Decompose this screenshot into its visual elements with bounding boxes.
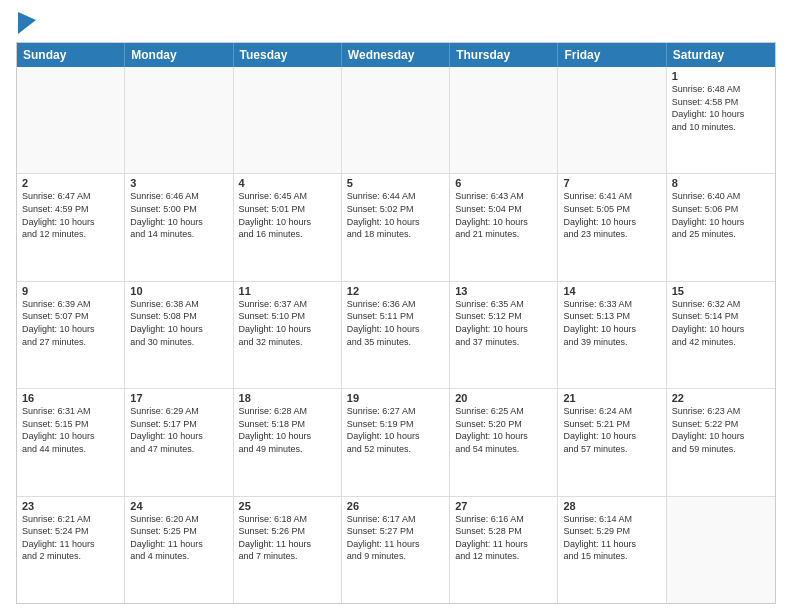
week-row-2: 9Sunrise: 6:39 AM Sunset: 5:07 PM Daylig… [17,282,775,389]
day-number: 2 [22,177,119,189]
logo [16,16,36,34]
week-row-1: 2Sunrise: 6:47 AM Sunset: 4:59 PM Daylig… [17,174,775,281]
day-cell-16: 16Sunrise: 6:31 AM Sunset: 5:15 PM Dayli… [17,389,125,495]
day-cell-11: 11Sunrise: 6:37 AM Sunset: 5:10 PM Dayli… [234,282,342,388]
week-row-0: 1Sunrise: 6:48 AM Sunset: 4:58 PM Daylig… [17,67,775,174]
day-cell-22: 22Sunrise: 6:23 AM Sunset: 5:22 PM Dayli… [667,389,775,495]
day-number: 11 [239,285,336,297]
day-info: Sunrise: 6:45 AM Sunset: 5:01 PM Dayligh… [239,190,336,240]
empty-cell [667,497,775,603]
day-cell-10: 10Sunrise: 6:38 AM Sunset: 5:08 PM Dayli… [125,282,233,388]
day-info: Sunrise: 6:14 AM Sunset: 5:29 PM Dayligh… [563,513,660,563]
day-cell-7: 7Sunrise: 6:41 AM Sunset: 5:05 PM Daylig… [558,174,666,280]
day-info: Sunrise: 6:16 AM Sunset: 5:28 PM Dayligh… [455,513,552,563]
day-cell-18: 18Sunrise: 6:28 AM Sunset: 5:18 PM Dayli… [234,389,342,495]
day-info: Sunrise: 6:38 AM Sunset: 5:08 PM Dayligh… [130,298,227,348]
header-day-sunday: Sunday [17,43,125,67]
svg-marker-0 [18,12,36,34]
header-day-friday: Friday [558,43,666,67]
calendar: SundayMondayTuesdayWednesdayThursdayFrid… [16,42,776,604]
header-day-thursday: Thursday [450,43,558,67]
day-cell-20: 20Sunrise: 6:25 AM Sunset: 5:20 PM Dayli… [450,389,558,495]
day-info: Sunrise: 6:39 AM Sunset: 5:07 PM Dayligh… [22,298,119,348]
day-info: Sunrise: 6:41 AM Sunset: 5:05 PM Dayligh… [563,190,660,240]
day-number: 22 [672,392,770,404]
day-cell-28: 28Sunrise: 6:14 AM Sunset: 5:29 PM Dayli… [558,497,666,603]
day-number: 18 [239,392,336,404]
header [16,12,776,34]
day-cell-15: 15Sunrise: 6:32 AM Sunset: 5:14 PM Dayli… [667,282,775,388]
day-info: Sunrise: 6:31 AM Sunset: 5:15 PM Dayligh… [22,405,119,455]
header-day-saturday: Saturday [667,43,775,67]
day-number: 6 [455,177,552,189]
day-number: 25 [239,500,336,512]
day-cell-3: 3Sunrise: 6:46 AM Sunset: 5:00 PM Daylig… [125,174,233,280]
day-cell-4: 4Sunrise: 6:45 AM Sunset: 5:01 PM Daylig… [234,174,342,280]
day-info: Sunrise: 6:37 AM Sunset: 5:10 PM Dayligh… [239,298,336,348]
logo-icon [18,12,36,34]
day-cell-26: 26Sunrise: 6:17 AM Sunset: 5:27 PM Dayli… [342,497,450,603]
day-number: 28 [563,500,660,512]
day-cell-6: 6Sunrise: 6:43 AM Sunset: 5:04 PM Daylig… [450,174,558,280]
day-info: Sunrise: 6:21 AM Sunset: 5:24 PM Dayligh… [22,513,119,563]
day-info: Sunrise: 6:43 AM Sunset: 5:04 PM Dayligh… [455,190,552,240]
day-number: 7 [563,177,660,189]
day-number: 10 [130,285,227,297]
day-number: 9 [22,285,119,297]
day-number: 15 [672,285,770,297]
day-number: 24 [130,500,227,512]
day-info: Sunrise: 6:17 AM Sunset: 5:27 PM Dayligh… [347,513,444,563]
day-info: Sunrise: 6:29 AM Sunset: 5:17 PM Dayligh… [130,405,227,455]
day-info: Sunrise: 6:36 AM Sunset: 5:11 PM Dayligh… [347,298,444,348]
day-number: 4 [239,177,336,189]
page-container: SundayMondayTuesdayWednesdayThursdayFrid… [0,0,792,612]
day-cell-1: 1Sunrise: 6:48 AM Sunset: 4:58 PM Daylig… [667,67,775,173]
day-cell-21: 21Sunrise: 6:24 AM Sunset: 5:21 PM Dayli… [558,389,666,495]
day-number: 1 [672,70,770,82]
day-info: Sunrise: 6:33 AM Sunset: 5:13 PM Dayligh… [563,298,660,348]
day-number: 23 [22,500,119,512]
day-info: Sunrise: 6:48 AM Sunset: 4:58 PM Dayligh… [672,83,770,133]
day-info: Sunrise: 6:25 AM Sunset: 5:20 PM Dayligh… [455,405,552,455]
empty-cell [558,67,666,173]
calendar-body: 1Sunrise: 6:48 AM Sunset: 4:58 PM Daylig… [17,67,775,603]
day-number: 12 [347,285,444,297]
empty-cell [450,67,558,173]
day-cell-17: 17Sunrise: 6:29 AM Sunset: 5:17 PM Dayli… [125,389,233,495]
day-cell-8: 8Sunrise: 6:40 AM Sunset: 5:06 PM Daylig… [667,174,775,280]
day-info: Sunrise: 6:27 AM Sunset: 5:19 PM Dayligh… [347,405,444,455]
day-cell-23: 23Sunrise: 6:21 AM Sunset: 5:24 PM Dayli… [17,497,125,603]
day-cell-14: 14Sunrise: 6:33 AM Sunset: 5:13 PM Dayli… [558,282,666,388]
day-info: Sunrise: 6:46 AM Sunset: 5:00 PM Dayligh… [130,190,227,240]
day-number: 26 [347,500,444,512]
header-day-wednesday: Wednesday [342,43,450,67]
day-number: 13 [455,285,552,297]
day-info: Sunrise: 6:44 AM Sunset: 5:02 PM Dayligh… [347,190,444,240]
day-info: Sunrise: 6:20 AM Sunset: 5:25 PM Dayligh… [130,513,227,563]
day-cell-24: 24Sunrise: 6:20 AM Sunset: 5:25 PM Dayli… [125,497,233,603]
day-cell-2: 2Sunrise: 6:47 AM Sunset: 4:59 PM Daylig… [17,174,125,280]
day-number: 21 [563,392,660,404]
day-info: Sunrise: 6:23 AM Sunset: 5:22 PM Dayligh… [672,405,770,455]
week-row-4: 23Sunrise: 6:21 AM Sunset: 5:24 PM Dayli… [17,497,775,603]
week-row-3: 16Sunrise: 6:31 AM Sunset: 5:15 PM Dayli… [17,389,775,496]
day-number: 19 [347,392,444,404]
day-number: 3 [130,177,227,189]
day-number: 8 [672,177,770,189]
day-info: Sunrise: 6:28 AM Sunset: 5:18 PM Dayligh… [239,405,336,455]
day-number: 17 [130,392,227,404]
day-info: Sunrise: 6:32 AM Sunset: 5:14 PM Dayligh… [672,298,770,348]
calendar-header: SundayMondayTuesdayWednesdayThursdayFrid… [17,43,775,67]
header-day-monday: Monday [125,43,233,67]
day-cell-9: 9Sunrise: 6:39 AM Sunset: 5:07 PM Daylig… [17,282,125,388]
day-info: Sunrise: 6:24 AM Sunset: 5:21 PM Dayligh… [563,405,660,455]
day-info: Sunrise: 6:18 AM Sunset: 5:26 PM Dayligh… [239,513,336,563]
empty-cell [17,67,125,173]
day-cell-12: 12Sunrise: 6:36 AM Sunset: 5:11 PM Dayli… [342,282,450,388]
day-info: Sunrise: 6:35 AM Sunset: 5:12 PM Dayligh… [455,298,552,348]
empty-cell [125,67,233,173]
day-cell-19: 19Sunrise: 6:27 AM Sunset: 5:19 PM Dayli… [342,389,450,495]
day-cell-25: 25Sunrise: 6:18 AM Sunset: 5:26 PM Dayli… [234,497,342,603]
day-info: Sunrise: 6:40 AM Sunset: 5:06 PM Dayligh… [672,190,770,240]
header-day-tuesday: Tuesday [234,43,342,67]
